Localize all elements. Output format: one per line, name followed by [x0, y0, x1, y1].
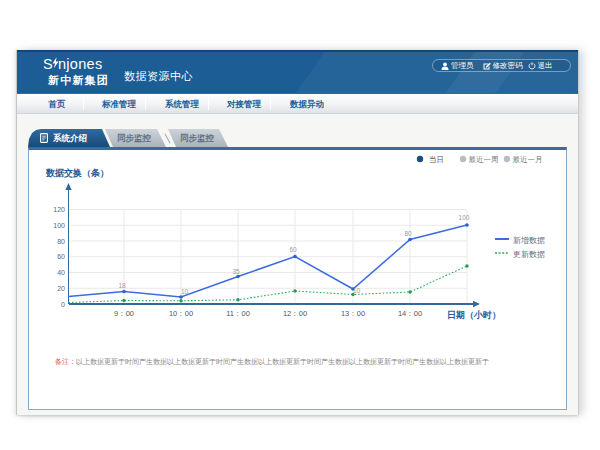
- svg-text:100: 100: [53, 222, 65, 229]
- svg-text:10: 10: [181, 288, 189, 295]
- svg-text:12：00: 12：00: [283, 309, 307, 318]
- svg-text:最近一周: 最近一周: [469, 155, 499, 164]
- svg-text:当日: 当日: [429, 155, 444, 164]
- svg-text:100: 100: [459, 214, 470, 221]
- svg-text:120: 120: [53, 206, 65, 213]
- svg-text:更新数据: 更新数据: [513, 250, 545, 259]
- svg-text:日期（小时）: 日期（小时）: [447, 310, 501, 320]
- svg-text:9：00: 9：00: [114, 309, 134, 318]
- svg-text:18: 18: [118, 282, 126, 289]
- svg-text:14：00: 14：00: [398, 309, 422, 318]
- svg-text:80: 80: [404, 230, 412, 237]
- svg-text:11：00: 11：00: [226, 309, 250, 318]
- svg-text:35: 35: [232, 268, 240, 275]
- svg-text:60: 60: [57, 253, 65, 260]
- svg-text:数据交换（条）: 数据交换（条）: [45, 168, 109, 178]
- svg-text:0: 0: [61, 301, 65, 308]
- svg-text:80: 80: [57, 238, 65, 245]
- svg-text:10: 10: [353, 287, 361, 294]
- svg-text:60: 60: [289, 246, 297, 253]
- svg-text:20: 20: [57, 285, 65, 292]
- svg-text:40: 40: [57, 269, 65, 276]
- svg-text:新增数据: 新增数据: [513, 236, 545, 245]
- svg-text:10：00: 10：00: [169, 309, 193, 318]
- svg-text:13：00: 13：00: [341, 309, 365, 318]
- svg-text:最近一月: 最近一月: [513, 155, 543, 164]
